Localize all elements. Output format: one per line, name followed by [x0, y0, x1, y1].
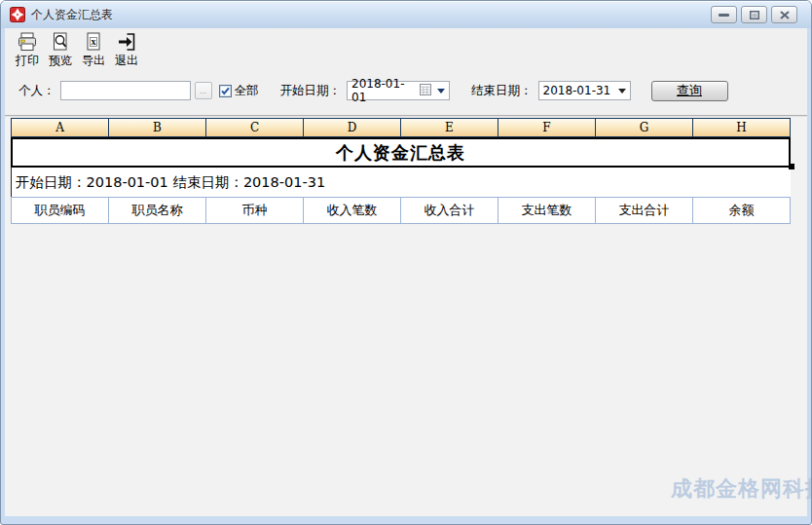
column-letter[interactable]: E	[401, 119, 498, 136]
column-letter[interactable]: D	[304, 119, 401, 136]
minimize-button[interactable]	[711, 6, 737, 23]
all-checkbox-label: 全部	[235, 83, 259, 99]
end-date-label: 结束日期：	[471, 83, 533, 99]
report-header-cell[interactable]: 收入合计	[401, 198, 498, 223]
window-controls	[711, 6, 797, 23]
all-checkbox[interactable]	[219, 85, 232, 97]
titlebar[interactable]: 个人资金汇总表	[1, 1, 811, 28]
column-letter[interactable]: H	[693, 119, 790, 136]
tool-label: 预览	[49, 53, 72, 69]
window-title: 个人资金汇总表	[31, 7, 711, 23]
report-header-cell[interactable]: 支出笔数	[498, 198, 596, 223]
preview-button[interactable]: 预览	[45, 32, 76, 69]
printer-icon	[17, 32, 38, 52]
end-date-value: 2018-01-31	[543, 84, 615, 97]
column-letter-band: A B C D E F G H	[11, 118, 791, 137]
tool-label: 退出	[115, 53, 138, 69]
column-letter[interactable]: F	[498, 119, 596, 136]
preview-icon	[50, 32, 71, 52]
start-date-picker[interactable]: 2018-01-01	[347, 81, 450, 100]
maximize-button[interactable]	[741, 6, 767, 23]
report-header-cell[interactable]: 币种	[206, 198, 304, 223]
app-icon	[10, 7, 25, 22]
report-header-cell[interactable]: 职员编码	[12, 198, 109, 223]
report-header-cell[interactable]: 职员名称	[109, 198, 206, 223]
query-button[interactable]: 查询	[651, 81, 728, 101]
tool-label: 打印	[16, 53, 39, 69]
browse-button[interactable]: ...	[195, 82, 212, 99]
start-date-value: 2018-01-01	[351, 77, 416, 104]
report-header-cell[interactable]: 收入笔数	[304, 198, 401, 223]
column-letter[interactable]: B	[109, 119, 206, 136]
window-content: 打印 预览 x	[5, 28, 807, 516]
report-grid: A B C D E F G H 个人资金汇总表 开始日期：2018-01-01 …	[11, 118, 791, 224]
print-button[interactable]: 打印	[12, 32, 43, 69]
exit-button[interactable]: 退出	[111, 32, 142, 69]
report-header-cell[interactable]: 余额	[693, 198, 790, 223]
filter-bar: 个人： ... 全部 开始日期： 2018-01-01	[18, 79, 728, 102]
report-date-range: 开始日期：2018-01-01 结束日期：2018-01-31	[11, 168, 791, 197]
exit-icon	[116, 32, 137, 52]
column-letter[interactable]: G	[596, 119, 693, 136]
tool-label: 导出	[82, 53, 105, 69]
column-letter[interactable]: C	[206, 119, 304, 136]
toolbar: 打印 预览 x	[12, 32, 142, 69]
start-date-label: 开始日期：	[280, 83, 342, 99]
person-input[interactable]	[60, 81, 191, 100]
close-button[interactable]	[771, 6, 797, 23]
chevron-down-icon	[437, 89, 445, 94]
report-header-cell[interactable]: 支出合计	[596, 198, 693, 223]
report-title: 个人资金汇总表	[11, 137, 791, 168]
chevron-down-icon	[618, 89, 626, 94]
person-label: 个人：	[18, 83, 55, 99]
svg-text:x: x	[92, 36, 96, 47]
app-window: 个人资金汇总表	[0, 0, 812, 525]
calendar-icon	[420, 84, 431, 98]
report-header-row: 职员编码 职员名称 币种 收入笔数 收入合计 支出笔数 支出合计 余额	[11, 197, 791, 224]
end-date-picker[interactable]: 2018-01-31	[538, 81, 631, 100]
export-icon: x	[83, 32, 104, 52]
column-letter[interactable]: A	[12, 119, 109, 136]
export-button[interactable]: x 导出	[78, 32, 109, 69]
